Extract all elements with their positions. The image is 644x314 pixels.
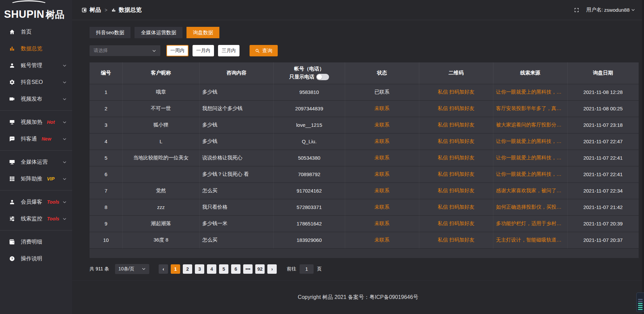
cell-source-link[interactable]: 如何正确选择投影仪，买投影... <box>493 199 567 215</box>
sidebar-item-data-overview[interactable]: 数据总览 <box>0 40 72 57</box>
sidebar-item-matrix-boost[interactable]: 矩阵助推VIP <box>0 170 72 187</box>
pagination-ellipsis[interactable]: ••• <box>243 264 253 274</box>
breadcrumb-page: 数据总览 <box>119 6 142 14</box>
goto-page-input[interactable]: 1 <box>300 264 314 274</box>
cell-source-link[interactable]: 无主灯设计，智能磁吸轨道灯... <box>493 232 567 248</box>
sidebar-item-account-management[interactable]: 账号管理 <box>0 57 72 74</box>
sidebar-item-label: 视频加热 <box>21 119 42 126</box>
tab-inquiry-data[interactable]: 询盘数据 <box>186 27 219 38</box>
brand-logo[interactable]: SHUPIN 树品 <box>0 0 72 21</box>
cell-status: 未联系 <box>345 117 419 133</box>
cell-content: 我想问这个多少钱 <box>199 100 273 117</box>
sidebar-item-douketong[interactable]: 抖客通New <box>0 130 72 147</box>
cell-qr-action[interactable]: 私信 扫码加好友 <box>419 150 493 166</box>
sidebar-item-label: 首页 <box>21 29 32 36</box>
cell-date: 2021-11-07 20:37 <box>567 232 639 248</box>
sidebar-item-member-burst[interactable]: 会员爆客Tools <box>0 194 72 210</box>
sidebar-item-label: 数据总览 <box>21 45 42 52</box>
cell-content: 怎么买 <box>199 232 273 248</box>
cell-source-link[interactable]: 让你一眼就爱上的黑科技，能... <box>493 84 567 100</box>
pagination-page-2[interactable]: 2 <box>183 264 192 274</box>
cell-content: 怎么买 <box>199 182 273 199</box>
sliders-icon <box>9 215 15 222</box>
phone-only-toggle[interactable] <box>316 74 329 80</box>
table-row: 1036度 8怎么买183929060未联系私信 扫码加好友无主灯设计，智能磁吸… <box>90 232 639 248</box>
cell-qr-action[interactable]: 私信 扫码加好友 <box>419 166 493 182</box>
cell-source-link[interactable]: 让你一眼就爱上的黑科技，能... <box>493 166 567 182</box>
cell-date: 2021-11-07 21:42 <box>567 199 639 215</box>
pagination-page-4[interactable]: 4 <box>207 264 216 274</box>
cell-no: 1 <box>90 84 122 100</box>
filter-select[interactable]: 请选择 <box>90 45 160 56</box>
chevron-down-icon <box>142 267 146 271</box>
table-row: 1哦章多少钱9583810已联系私信 扫码加好友让你一眼就爱上的黑科技，能...… <box>90 84 639 100</box>
floating-widget[interactable] <box>636 293 644 312</box>
breadcrumb-app[interactable]: 树品 <box>90 6 101 14</box>
column-header-content: 咨询内容 <box>199 62 273 84</box>
sidebar-item-video-heat[interactable]: 视频加热Hot <box>0 114 72 130</box>
cell-source-link[interactable]: 感谢大家喜欢我家，被问了好... <box>493 182 567 199</box>
pagination-page-3[interactable]: 3 <box>195 264 204 274</box>
pagination-page-92[interactable]: 92 <box>255 264 265 274</box>
cell-account: 9583810 <box>273 84 345 100</box>
pagination-next-button[interactable]: › <box>267 264 277 274</box>
pagination-page-6[interactable]: 6 <box>231 264 240 274</box>
sidebar-item-label: 消费明细 <box>21 239 42 246</box>
sidebar-item-video-publish[interactable]: 视频发布 <box>0 91 72 107</box>
cell-qr-action[interactable]: 私信 扫码加好友 <box>419 117 493 133</box>
page-size-select[interactable]: 10条/页 <box>115 264 149 274</box>
cell-qr-action[interactable]: 私信 扫码加好友 <box>419 182 493 199</box>
cell-qr-action[interactable]: 私信 扫码加好友 <box>419 133 493 150</box>
cell-nickname: 当地比较能吃的一位美女 <box>122 150 199 166</box>
sidebar-item-douyin-seo[interactable]: 抖音SEO <box>0 74 72 91</box>
cell-account: 178651642 <box>273 215 345 232</box>
scrollbar-track[interactable] <box>642 0 644 314</box>
cell-qr-action[interactable]: 私信 扫码加好友 <box>419 215 493 232</box>
logo-latin-text: SHUPIN <box>4 9 44 19</box>
sidebar-item-expense-detail[interactable]: 消费明细 <box>0 233 72 250</box>
tab-media-operation-data[interactable]: 全媒体运营数据 <box>135 27 182 38</box>
cell-qr-action[interactable]: 私信 扫码加好友 <box>419 84 493 100</box>
sidebar-item-label: 线索监控 <box>21 215 42 222</box>
user-menu[interactable]: 用户名: zswodun88 <box>586 7 635 13</box>
cell-source-link[interactable]: 被大家追着问的客厅投影分享... <box>493 117 567 133</box>
cell-source-link[interactable]: 多功能护栏灯，适用于乡村文... <box>493 215 567 232</box>
fullscreen-icon[interactable] <box>574 7 580 13</box>
cell-qr-action[interactable]: 私信 扫码加好友 <box>419 100 493 117</box>
cell-status: 未联系 <box>345 199 419 215</box>
sidebar-item-leads-monitor[interactable]: 线索监控Tools <box>0 210 72 227</box>
username-value: zswodun88 <box>604 7 630 13</box>
pagination-page-5[interactable]: 5 <box>219 264 228 274</box>
sidebar-item-badge: New <box>42 136 51 142</box>
pagination-prev-button[interactable]: ‹ <box>159 264 168 274</box>
cell-source-link[interactable]: 客厅安装投影半年多了，真实... <box>493 100 567 117</box>
sidebar-item-badge: VIP <box>47 176 55 181</box>
app-root: SHUPIN 树品 首页数据总览账号管理抖音SEO视频发布视频加热Hot抖客通N… <box>0 0 644 314</box>
sidebar-item-media-operation[interactable]: 全媒体运营 <box>0 154 72 170</box>
pagination-page-1[interactable]: 1 <box>171 264 180 274</box>
cell-source-link[interactable]: 让你一眼就爱上的黑科技，能... <box>493 150 567 166</box>
cell-content: 说说价格让我死心 <box>199 150 273 166</box>
sidebar-item-help[interactable]: ?操作说明 <box>0 250 72 267</box>
chevron-down-icon <box>62 160 67 164</box>
cell-source-link[interactable]: 让你一眼就爱上的黑科技，能... <box>493 133 567 150</box>
period-button-one-month[interactable]: 一月内 <box>193 45 214 56</box>
breadcrumb: 树品 > 数据总览 <box>82 6 142 14</box>
cell-no: 7 <box>90 182 122 199</box>
cell-date: 2021-11-08 00:25 <box>567 100 639 117</box>
sidebar-item-home[interactable]: 首页 <box>0 23 72 40</box>
period-button-three-months[interactable]: 三月内 <box>218 45 239 56</box>
tab-douyin-seo-data[interactable]: 抖音seo数据 <box>90 27 130 38</box>
search-button[interactable]: 查询 <box>250 45 278 56</box>
cell-no: 10 <box>90 232 122 248</box>
cell-qr-action[interactable]: 私信 扫码加好友 <box>419 232 493 248</box>
cell-status: 未联系 <box>345 100 419 117</box>
gear-icon <box>9 79 15 86</box>
widget-bar <box>638 309 643 310</box>
period-button-one-week[interactable]: 一周内 <box>166 45 189 56</box>
search-button-label: 查询 <box>262 48 272 54</box>
cell-qr-action[interactable]: 私信 扫码加好友 <box>419 199 493 215</box>
cell-account: 70898792 <box>273 166 345 182</box>
sidebar-item-label: 抖客通 <box>21 136 37 143</box>
cell-account: love__1215 <box>273 117 345 133</box>
